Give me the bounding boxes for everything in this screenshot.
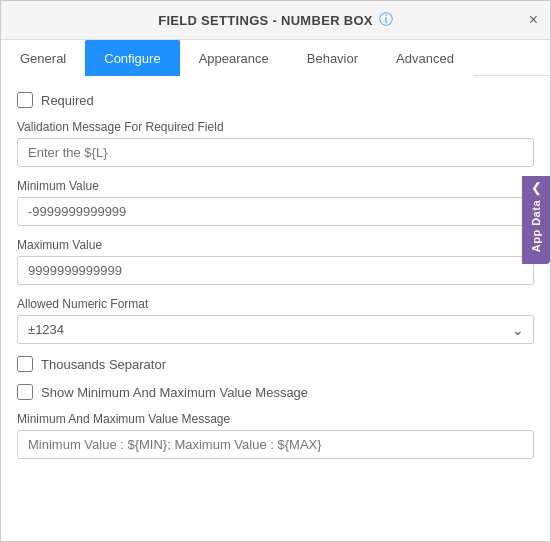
tab-advanced[interactable]: Advanced bbox=[377, 40, 473, 76]
allowed-format-group: Allowed Numeric Format ±1234 1234 -1234 … bbox=[17, 297, 534, 344]
min-value-group: Minimum Value bbox=[17, 179, 534, 226]
allowed-format-select-wrapper: ±1234 1234 -1234 +1234 ⌄ bbox=[17, 315, 534, 344]
validation-message-input[interactable] bbox=[17, 138, 534, 167]
thousands-separator-label[interactable]: Thousands Separator bbox=[41, 357, 166, 372]
tab-configure[interactable]: Configure bbox=[85, 40, 179, 76]
max-value-group: Maximum Value bbox=[17, 238, 534, 285]
min-max-message-input[interactable] bbox=[17, 430, 534, 459]
app-data-label: App Data bbox=[530, 196, 542, 256]
min-value-input[interactable] bbox=[17, 197, 534, 226]
required-row: Required bbox=[17, 92, 534, 108]
tab-bar: General Configure Appearance Behavior Ad… bbox=[1, 40, 550, 76]
app-data-arrow-icon: ❮ bbox=[531, 176, 542, 196]
thousands-separator-checkbox[interactable] bbox=[17, 356, 33, 372]
min-max-message-group: Minimum And Maximum Value Message bbox=[17, 412, 534, 459]
validation-message-label: Validation Message For Required Field bbox=[17, 120, 534, 134]
tab-general[interactable]: General bbox=[1, 40, 85, 76]
info-icon[interactable]: ⓘ bbox=[379, 11, 393, 29]
tab-behavior[interactable]: Behavior bbox=[288, 40, 377, 76]
min-value-label: Minimum Value bbox=[17, 179, 534, 193]
max-value-input[interactable] bbox=[17, 256, 534, 285]
modal-title: FIELD SETTINGS - NUMBER BOX bbox=[158, 13, 373, 28]
field-settings-modal: FIELD SETTINGS - NUMBER BOX ⓘ × General … bbox=[0, 0, 551, 542]
required-checkbox[interactable] bbox=[17, 92, 33, 108]
tab-appearance[interactable]: Appearance bbox=[180, 40, 288, 76]
allowed-format-label: Allowed Numeric Format bbox=[17, 297, 534, 311]
max-value-label: Maximum Value bbox=[17, 238, 534, 252]
app-data-panel[interactable]: ❮ App Data bbox=[522, 176, 550, 264]
show-min-max-checkbox[interactable] bbox=[17, 384, 33, 400]
show-min-max-row: Show Minimum And Maximum Value Message bbox=[17, 384, 534, 400]
show-min-max-label[interactable]: Show Minimum And Maximum Value Message bbox=[41, 385, 308, 400]
allowed-format-select[interactable]: ±1234 1234 -1234 +1234 bbox=[17, 315, 534, 344]
required-label[interactable]: Required bbox=[41, 93, 94, 108]
close-button[interactable]: × bbox=[529, 12, 538, 28]
validation-message-group: Validation Message For Required Field bbox=[17, 120, 534, 167]
modal-body: Required Validation Message For Required… bbox=[1, 76, 550, 541]
modal-header: FIELD SETTINGS - NUMBER BOX ⓘ × bbox=[1, 1, 550, 40]
min-max-message-label: Minimum And Maximum Value Message bbox=[17, 412, 534, 426]
thousands-separator-row: Thousands Separator bbox=[17, 356, 534, 372]
